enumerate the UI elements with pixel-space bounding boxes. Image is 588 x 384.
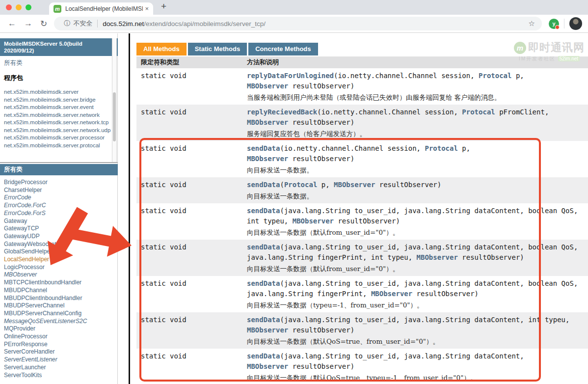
- type-link[interactable]: MBObserver: [334, 181, 375, 189]
- type-link[interactable]: MBObserver: [247, 118, 288, 126]
- type-link[interactable]: MBObserver: [247, 326, 288, 334]
- package-scrollbar[interactable]: [112, 38, 117, 162]
- security-label: 不安全: [73, 19, 92, 28]
- class-link[interactable]: MQProvider: [4, 325, 35, 332]
- type-link[interactable]: MBObserver: [293, 217, 334, 225]
- class-link[interactable]: LogicProcessor: [4, 264, 45, 271]
- package-link[interactable]: net.x52im.mobileimsdk.server.network.udp: [4, 127, 110, 133]
- modifier-cell: static void: [136, 177, 242, 203]
- class-link[interactable]: MBUDPClientInboundHandler: [4, 295, 82, 302]
- method-link[interactable]: sendData: [247, 279, 280, 287]
- class-list-item: Gateway: [4, 218, 87, 225]
- method-signature: sendData(java.lang.String to_user_id, ja…: [247, 278, 583, 299]
- method-description: 向目标发送一条数据（默认QoS=true、typeu=-1、from_user_…: [247, 373, 583, 383]
- class-list-item: BridgeProcessor: [4, 179, 87, 187]
- type-link[interactable]: Protocal: [284, 181, 317, 189]
- package-link[interactable]: net.x52im.mobileimsdk.server.bridge: [4, 97, 96, 103]
- class-list-item: ServerCoreHandler: [4, 348, 87, 356]
- tab-concrete-methods[interactable]: Concrete Methods: [248, 43, 318, 55]
- minimize-window-button[interactable]: [16, 4, 22, 10]
- method-signature: sendData(java.lang.String to_user_id, ja…: [247, 351, 583, 372]
- class-link[interactable]: GatewayUDP: [4, 233, 40, 240]
- window-controls[interactable]: [6, 4, 31, 10]
- close-window-button[interactable]: [6, 4, 12, 10]
- method-link[interactable]: sendData: [247, 352, 280, 360]
- type-link[interactable]: MBObserver: [417, 253, 458, 261]
- package-link[interactable]: net.x52im.mobileimsdk.server.network: [4, 112, 100, 118]
- class-link[interactable]: ErrorCode.ForS: [4, 210, 46, 217]
- modifier-cell: static void: [136, 276, 242, 312]
- class-link[interactable]: Gateway: [4, 218, 27, 224]
- method-signature: sendData(java.lang.String to_user_id, ja…: [247, 206, 583, 226]
- method-link[interactable]: sendData: [247, 316, 280, 324]
- class-link[interactable]: MBObserver: [4, 271, 37, 278]
- class-list-item: ServerLauncher: [4, 364, 87, 372]
- method-link[interactable]: sendData: [247, 207, 280, 215]
- type-link[interactable]: MBObserver: [247, 82, 288, 90]
- class-link[interactable]: ServerEventListener: [4, 356, 57, 363]
- class-link[interactable]: ErrorCode.ForC: [4, 202, 46, 209]
- method-link[interactable]: replyRecievedBack: [247, 108, 317, 116]
- back-icon[interactable]: ←: [8, 19, 16, 28]
- class-link[interactable]: GlobalSendHelper: [4, 248, 52, 255]
- browser-tab-strip: m LocalSendHelper (MobileIMSD × +: [0, 0, 588, 15]
- tab-static-methods[interactable]: Static Methods: [188, 43, 247, 55]
- type-link[interactable]: Protocal: [425, 144, 457, 152]
- table-header-row: 限定符和类型 方法和说明: [136, 56, 588, 68]
- package-link[interactable]: net.x52im.mobileimsdk.server.protocal: [4, 142, 100, 148]
- method-description: 向目标发送一条数据（默认from_user_id="0"）。: [247, 228, 583, 237]
- info-icon[interactable]: ⓘ: [64, 19, 70, 28]
- class-link[interactable]: BridgeProcessor: [4, 179, 48, 186]
- all-classes-link[interactable]: 所有类: [4, 59, 23, 67]
- maximize-window-button[interactable]: [26, 4, 31, 10]
- type-link[interactable]: MBObserver: [247, 362, 288, 370]
- method-signature: replyRecievedBack(io.netty.channel.Chann…: [247, 107, 583, 128]
- class-link[interactable]: OnlineProcessor: [4, 333, 48, 340]
- forward-icon[interactable]: →: [24, 19, 32, 28]
- tab-close-icon[interactable]: ×: [145, 5, 149, 12]
- all-classes-heading: 所有类: [0, 164, 118, 175]
- class-link[interactable]: PErrorResponse: [4, 341, 48, 348]
- class-link[interactable]: ErrorCode: [4, 194, 31, 201]
- modifier-cell: static void: [136, 349, 242, 384]
- class-link[interactable]: MBUDPServerChannel: [4, 302, 64, 309]
- class-link-current[interactable]: LocalSendHelper: [4, 256, 49, 263]
- class-link[interactable]: MBUDPServerChannelConfig: [4, 310, 81, 317]
- reload-icon[interactable]: ↻: [40, 19, 47, 29]
- method-link[interactable]: replyDataForUnlogined: [247, 72, 334, 80]
- method-link[interactable]: sendData: [247, 243, 280, 251]
- class-link[interactable]: GatewayWebsocket: [4, 241, 56, 247]
- class-link[interactable]: MessageQoSEventListenerS2C: [4, 318, 87, 325]
- package-link[interactable]: net.x52im.mobileimsdk.server.network.tcp: [4, 119, 108, 125]
- type-link[interactable]: MBObserver: [247, 155, 288, 163]
- type-link[interactable]: Protocal: [462, 108, 495, 116]
- method-row: static voidreplyDataForUnlogined(io.nett…: [136, 68, 588, 105]
- package-scrollbar-thumb[interactable]: [113, 92, 116, 141]
- type-link[interactable]: MBObserver: [371, 290, 412, 298]
- new-tab-button[interactable]: +: [161, 1, 166, 12]
- class-list-item: MBUDPServerChannel: [4, 302, 87, 310]
- tab-all-methods[interactable]: All Methods: [136, 43, 187, 55]
- package-link[interactable]: net.x52im.mobileimsdk.server.event: [4, 104, 94, 110]
- method-description: 服务端回复应答包（给客户端发送方）。: [247, 129, 583, 138]
- browser-tab[interactable]: m LocalSendHelper (MobileIMSD ×: [49, 2, 153, 15]
- profile-avatar[interactable]: [569, 17, 582, 30]
- method-link[interactable]: sendData: [247, 181, 280, 189]
- method-link[interactable]: sendData: [247, 144, 280, 152]
- method-description: 向目标发送一条数据（typeu=-1、from_user_id="0"）。: [247, 301, 583, 310]
- extension-icon[interactable]: y: [549, 19, 559, 29]
- class-link[interactable]: GatewayTCP: [4, 225, 39, 232]
- class-link[interactable]: CharsetHelper: [4, 187, 42, 193]
- class-link[interactable]: ServerToolKits: [4, 372, 42, 379]
- package-link[interactable]: net.x52im.mobileimsdk.server: [4, 89, 79, 95]
- class-link[interactable]: MBUDPChannel: [4, 287, 47, 294]
- class-link[interactable]: ServerCoreHandler: [4, 348, 54, 355]
- address-bar[interactable]: ⓘ 不安全 docs.52im.net /extend/docs/api/mob…: [54, 17, 542, 30]
- type-link[interactable]: Protocal: [479, 72, 511, 80]
- class-link[interactable]: MBTCPClientInboundHandler: [4, 279, 81, 286]
- class-link[interactable]: ServerLauncher: [4, 364, 46, 371]
- package-link[interactable]: net.x52im.mobileimsdk.server.processor: [4, 135, 105, 140]
- method-cell: sendData(java.lang.String to_user_id, ja…: [242, 276, 588, 312]
- method-row: static voidsendData(java.lang.String to_…: [136, 240, 588, 276]
- bookmark-star-icon[interactable]: ☆: [529, 19, 535, 28]
